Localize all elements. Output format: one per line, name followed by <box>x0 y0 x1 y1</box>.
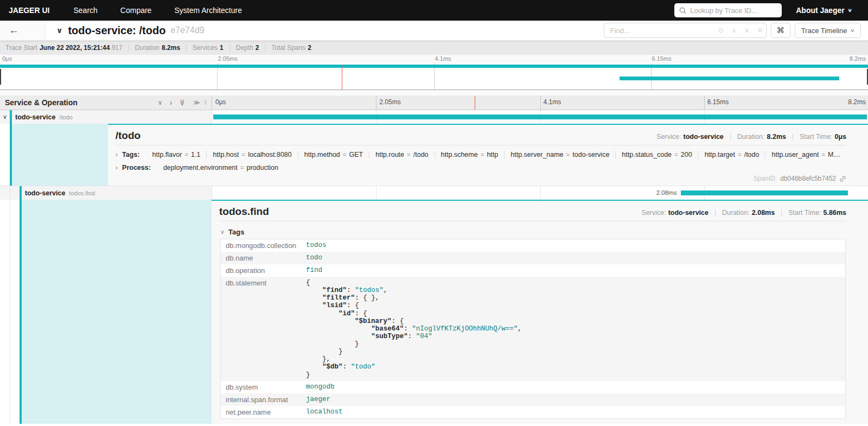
table-row: db.system mongodb <box>221 381 846 393</box>
span-duration-label: 2.08ms <box>656 189 677 196</box>
trace-title[interactable]: todo-service: /todo <box>68 24 165 37</box>
ruler-tick: 8.2ms <box>848 98 866 106</box>
span-collapse-chevron-icon[interactable]: ∨ <box>3 113 7 120</box>
search-icon <box>679 7 686 14</box>
ruler-cursor-guide <box>475 96 475 110</box>
tag-pair: http.user_agent=M… <box>765 151 846 158</box>
table-row: internal.span.format jaeger <box>221 393 846 406</box>
timeline-ruler: 0μs 2.05ms 4.1ms 6.15ms 8.2ms <box>212 96 868 110</box>
nav-item-compare[interactable]: Compare <box>120 6 152 15</box>
table-row: db.name todo <box>221 252 846 264</box>
trace-start-label: Trace Start <box>5 44 37 52</box>
trace-id: e7e74d9 <box>170 26 204 35</box>
process-tag-pair: deployment.environment=production <box>157 164 284 171</box>
trace-summary-bar: Trace Start June 22 2022, 15:21:44.917 D… <box>0 41 868 55</box>
command-icon: ⌘ <box>776 26 784 35</box>
match-target-icon[interactable]: ⊙ <box>718 27 724 34</box>
span-row-todos-find[interactable]: todo-service todos.find 2.08ms <box>0 186 868 200</box>
trace-id-lookup-input[interactable] <box>690 7 777 15</box>
trace-start-value: June 22 2022, 15:21:44.917 <box>40 44 123 52</box>
total-spans-label: Total Spans <box>272 44 306 52</box>
minimap-span-bar-root <box>0 65 868 68</box>
trace-collapse-chevron-icon[interactable]: ∨ <box>56 26 62 35</box>
minimap-tick: 8.2ms <box>850 55 866 62</box>
services-label: Services <box>193 44 218 52</box>
trace-header: ← ∨ todo-service: /todo e7e74d9 ⊙ ∧ ∨ ✕ … <box>0 21 868 41</box>
chevron-down-icon: ∨ <box>847 8 852 13</box>
span-operation-name: todos.find <box>69 190 95 196</box>
nav-item-system-architecture[interactable]: System Architecture <box>174 6 242 15</box>
find-input[interactable] <box>604 27 712 35</box>
span-detail-panel: /todo Service:todo-service Duration:8.2m… <box>108 124 868 186</box>
clear-find-icon[interactable]: ✕ <box>757 27 763 34</box>
timeline-minimap[interactable] <box>0 63 868 90</box>
find-control: ⊙ ∧ ∨ ✕ <box>604 23 767 38</box>
span-id-value: db046b8efc5b7452 <box>780 175 836 182</box>
prev-match-icon[interactable]: ∧ <box>732 27 737 34</box>
duration-value: 8.2ms <box>162 44 180 52</box>
span-row-todo[interactable]: ∨ todo-service /todo <box>0 110 868 124</box>
chevron-right-icon: › <box>116 150 118 158</box>
span-detail-title[interactable]: todos.find <box>219 206 269 218</box>
tags-table: db.mongodb.collection todos db.name todo… <box>220 239 846 419</box>
table-row: db.operation find <box>221 264 846 277</box>
depth-label: Depth <box>236 44 253 52</box>
total-spans-value: 2 <box>308 44 311 52</box>
span-detail-title[interactable]: /todo <box>116 130 141 142</box>
depth-value: 2 <box>256 44 259 52</box>
minimap-cursor-guide <box>342 65 342 90</box>
expand-all-icon[interactable]: ≫ <box>193 99 200 106</box>
span-color-bar <box>10 110 12 124</box>
ruler-tick: 2.05ms <box>379 98 400 106</box>
tags-accordion[interactable]: › Tags: http.flavor=1.1 http.host=localh… <box>116 145 846 158</box>
tag-pair: http.route=/todo <box>369 151 435 158</box>
minimap-tick: 6.15ms <box>652 55 672 62</box>
expand-one-icon[interactable]: › <box>170 98 173 107</box>
column-resizer-handle[interactable]: ‖ <box>204 99 207 106</box>
minimap-tick: 4.1ms <box>435 55 451 62</box>
about-jaeger-menu[interactable]: About Jaeger ∨ <box>796 6 852 15</box>
nav-menu: Search Compare System Architecture <box>73 6 241 15</box>
minimap-tick: 0μs <box>2 55 12 62</box>
collapse-all-icon[interactable]: ≫ <box>179 99 187 106</box>
tag-pair: http.status_code=200 <box>616 151 698 158</box>
span-service-name: todo-service <box>25 189 65 197</box>
span-id-row: SpanID: db046b8efc5b7452 <box>116 175 846 182</box>
ruler-tick: 6.15ms <box>707 98 729 106</box>
minimap-tick: 2.05ms <box>218 55 238 62</box>
trace-view-selector[interactable]: Trace Timeline ∨ <box>795 23 861 38</box>
tag-pair: http.scheme=http <box>435 151 505 158</box>
process-accordion[interactable]: › Process: deployment.environment=produc… <box>116 158 846 171</box>
chevron-right-icon: › <box>116 163 118 171</box>
tags-section-toggle[interactable]: ∨ Tags <box>220 228 846 236</box>
minimap-span-bar-child <box>620 77 839 80</box>
minimap-scrubber-left[interactable] <box>0 69 1 85</box>
trace-id-lookup[interactable] <box>674 3 782 17</box>
db-statement-json: { "find": "todos", "filter": { }, "lsid"… <box>306 279 840 379</box>
top-nav: JAEGER UI Search Compare System Architec… <box>0 0 868 21</box>
nav-item-search[interactable]: Search <box>73 6 97 15</box>
link-icon[interactable] <box>839 175 846 182</box>
back-button[interactable]: ← <box>0 21 46 40</box>
services-value: 1 <box>220 44 224 52</box>
tag-pair: http.target=/todo <box>699 151 766 158</box>
tag-pair: http.host=localhost:8080 <box>207 151 298 158</box>
back-arrow-icon: ← <box>9 24 19 36</box>
tag-pair: http.method=GET <box>298 151 369 158</box>
keyboard-shortcuts-button[interactable]: ⌘ <box>771 23 790 38</box>
collapse-one-icon[interactable]: ∨ <box>158 99 163 106</box>
minimap-tick-labels: 0μs 2.05ms 4.1ms 6.15ms 8.2ms <box>0 55 868 63</box>
app-brand[interactable]: JAEGER UI <box>9 6 49 15</box>
chevron-down-icon: ∨ <box>850 28 855 33</box>
ruler-tick: 0μs <box>215 98 226 106</box>
timeline-column-header: Service & Operation ∨ › ≫ ≫ ‖ 0μs 2.05ms… <box>0 96 868 110</box>
span-duration-bar[interactable] <box>681 190 847 195</box>
table-row: net.peer.name localhost <box>221 406 846 419</box>
tag-pair: http.flavor=1.1 <box>146 151 207 158</box>
span-duration-bar[interactable] <box>213 115 867 119</box>
next-match-icon[interactable]: ∨ <box>744 27 749 34</box>
span-detail-meta: Service:todo-service Duration:2.08ms Sta… <box>642 209 846 217</box>
span-detail-panel: todos.find Service:todo-service Duration… <box>212 200 868 424</box>
duration-label: Duration <box>135 44 159 52</box>
tag-pair: http.server_name=todo-service <box>505 151 616 158</box>
